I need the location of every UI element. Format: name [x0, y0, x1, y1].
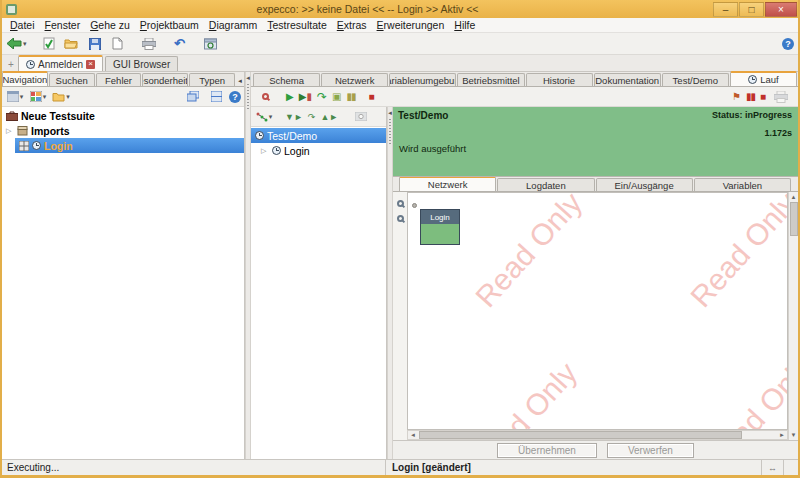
- hscroll-thumb[interactable]: [419, 431, 742, 439]
- tab-schema[interactable]: Schema: [253, 73, 320, 86]
- minimize-button[interactable]: –: [713, 2, 738, 17]
- print-report-button[interactable]: [771, 88, 791, 106]
- maximize-button[interactable]: □: [739, 2, 764, 17]
- tab-besonderheiten[interactable]: Besonderheiten: [142, 73, 188, 86]
- pause-button[interactable]: ▮▮: [346, 91, 355, 103]
- tree-item-login[interactable]: Login: [15, 138, 244, 153]
- undo-button[interactable]: ↶: [170, 35, 190, 53]
- undo-icon: ↶: [174, 36, 185, 51]
- tab-test-demo[interactable]: Test/Demo: [662, 73, 729, 86]
- step-out-button[interactable]: ▲►: [320, 111, 338, 123]
- save-button[interactable]: [85, 35, 105, 53]
- run-tree-item-login[interactable]: ▷ Login: [251, 143, 386, 158]
- menu-projektbaum[interactable]: Projektbaum: [135, 19, 204, 31]
- splitter-handle[interactable]: [247, 84, 249, 110]
- menu-diagramm[interactable]: Diagramm: [204, 19, 262, 31]
- run-debug-button[interactable]: ▶▮: [299, 91, 312, 103]
- horizontal-scrollbar[interactable]: ◄ ►: [407, 430, 788, 440]
- expander-icon[interactable]: ▷: [261, 147, 269, 155]
- expander-icon[interactable]: ▷: [6, 127, 14, 135]
- snapshot-button[interactable]: [351, 108, 371, 126]
- view-mode-button[interactable]: ▾: [5, 88, 25, 106]
- tab-result-logdaten[interactable]: Logdaten: [497, 178, 594, 191]
- tab-dokumentation[interactable]: Dokumentation: [594, 73, 661, 86]
- category-view-button[interactable]: ▾: [28, 88, 48, 106]
- discard-button[interactable]: Verwerfen: [607, 443, 694, 458]
- tab-result-netzwerk[interactable]: Netzwerk: [399, 176, 496, 191]
- tree-item-imports[interactable]: ▷ Imports: [2, 123, 244, 138]
- tab-netzwerk[interactable]: Netzwerk: [321, 73, 388, 86]
- save-layout-button[interactable]: [206, 88, 226, 106]
- tab-historie[interactable]: Historie: [526, 73, 593, 86]
- tab-fehler[interactable]: Fehler: [96, 73, 142, 86]
- tab-result-variablen[interactable]: Variablen: [694, 178, 791, 191]
- pause-run-button[interactable]: ▮▮: [746, 91, 755, 103]
- splitter-handle[interactable]: [389, 119, 391, 145]
- zoom-toolbar: [393, 192, 407, 440]
- doc-tab-anmelden[interactable]: Anmelden ×: [18, 55, 103, 71]
- tree-item-testsuite[interactable]: Neue Testsuite: [2, 108, 244, 123]
- run-tree-item-testdemo[interactable]: Test/Demo: [251, 128, 386, 143]
- folder-view-button[interactable]: ▾: [51, 88, 71, 106]
- tree-view-button[interactable]: ▾: [254, 108, 274, 126]
- apply-button[interactable]: Übernehmen: [497, 443, 597, 458]
- run-selected-button[interactable]: ▣: [332, 91, 341, 103]
- resize-grip-icon[interactable]: ↔: [762, 460, 784, 475]
- zoom-in-icon[interactable]: [397, 200, 404, 207]
- network-canvas[interactable]: Read Only Read Only Read Only Read Only …: [407, 192, 788, 430]
- doc-tab-label: GUI Browser: [113, 59, 170, 70]
- scroll-left-icon[interactable]: ◄: [408, 432, 418, 438]
- scroll-down-icon[interactable]: ▼: [791, 430, 797, 440]
- tab-navigation[interactable]: Navigation: [2, 71, 48, 86]
- vertical-scrollbar[interactable]: ▲ ▼: [788, 192, 798, 440]
- add-tab-button[interactable]: +: [4, 59, 18, 71]
- statusbar: Executing... Login [geändert] ↔: [2, 459, 798, 475]
- tab-typen[interactable]: Typen: [189, 73, 235, 86]
- search-button[interactable]: [255, 88, 275, 106]
- panel-help-icon[interactable]: ?: [229, 91, 241, 103]
- tab-scroll-left-icon[interactable]: ◄: [236, 78, 244, 86]
- menu-fenster[interactable]: Fenster: [40, 19, 86, 31]
- tab-result-ein-ausgaenge[interactable]: Ein/Ausgänge: [596, 178, 693, 191]
- zoom-out-icon[interactable]: [397, 215, 404, 222]
- new-document-button[interactable]: [108, 35, 128, 53]
- restart-button[interactable]: [201, 35, 221, 53]
- doc-tab-gui-browser[interactable]: GUI Browser: [105, 56, 178, 71]
- menu-gehe-zu[interactable]: Gehe zu: [85, 19, 135, 31]
- arrow-icon: ►: [329, 112, 338, 122]
- scroll-up-icon[interactable]: ▲: [791, 192, 797, 202]
- open-file-button[interactable]: [62, 35, 82, 53]
- print-button[interactable]: [139, 35, 159, 53]
- apply-discard-row: Übernehmen Verwerfen: [393, 441, 798, 459]
- menu-datei[interactable]: Datei: [5, 19, 40, 31]
- close-tab-icon[interactable]: ×: [86, 60, 95, 69]
- menu-hilfe[interactable]: Hilfe: [449, 19, 480, 31]
- step-over-button[interactable]: ↷: [308, 111, 316, 123]
- menu-extras[interactable]: Extras: [332, 19, 372, 31]
- scroll-right-icon[interactable]: ►: [777, 432, 787, 438]
- login-node[interactable]: Login: [420, 209, 460, 245]
- doc-tab-label: Anmelden: [38, 59, 83, 70]
- step-into-icon: ▼: [285, 112, 294, 122]
- document-tabbar: + Anmelden × GUI Browser: [2, 55, 798, 72]
- stop-button[interactable]: ■: [368, 91, 374, 103]
- stop-run-button[interactable]: ■: [760, 91, 766, 103]
- tab-variablenumgebung[interactable]: Variablenumgebung: [389, 73, 456, 86]
- step-into-button[interactable]: ▼►: [285, 111, 303, 123]
- accept-button[interactable]: [39, 35, 59, 53]
- detach-window-button[interactable]: [183, 88, 203, 106]
- run-tree-panel: ▾ ▼► ↷ ▲► Test/Demo: [251, 107, 387, 459]
- vscroll-thumb[interactable]: [790, 202, 798, 236]
- run-button[interactable]: ▶: [286, 91, 294, 103]
- menu-erweiterungen[interactable]: Erweiterungen: [372, 19, 450, 31]
- tab-suchen[interactable]: Suchen: [49, 73, 95, 86]
- tab-betriebsmittel[interactable]: Betriebsmittel: [457, 73, 524, 86]
- breakpoint-flag-button[interactable]: ⚑: [732, 91, 741, 103]
- close-button[interactable]: ×: [765, 2, 797, 17]
- help-icon[interactable]: ?: [782, 38, 794, 50]
- back-caret-icon[interactable]: ▾: [23, 40, 27, 48]
- menu-testresultate[interactable]: Testresultate: [262, 19, 332, 31]
- step-button[interactable]: ↷: [317, 91, 327, 103]
- tab-lauf[interactable]: Lauf: [730, 71, 797, 86]
- back-button[interactable]: ▾: [6, 35, 28, 53]
